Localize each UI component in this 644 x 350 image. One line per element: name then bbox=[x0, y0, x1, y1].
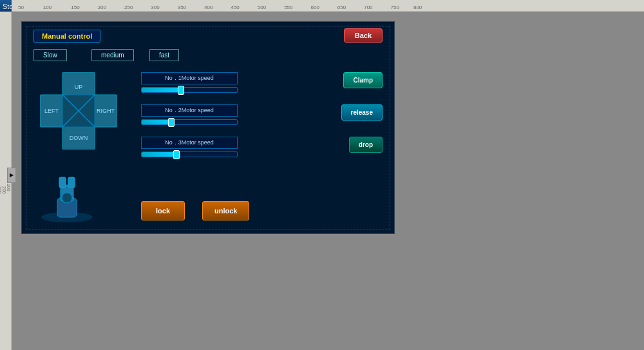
motor1-group: No．1Motor speed bbox=[141, 72, 238, 93]
motor1-fill bbox=[142, 88, 180, 92]
motor2-label: No．2Motor speed bbox=[141, 104, 238, 117]
motor2-group: No．2Motor speed bbox=[141, 104, 238, 125]
motor1-label: No．1Motor speed bbox=[141, 72, 238, 84]
lock-button[interactable]: lock bbox=[141, 201, 185, 220]
motor2-track[interactable] bbox=[141, 119, 238, 125]
motor1-thumb[interactable] bbox=[178, 86, 184, 95]
clamp-button[interactable]: Clamp bbox=[343, 72, 383, 88]
ruler-and-canvas: 50 100 150 200 250 300 350 400 450 500 5… bbox=[124, 68, 518, 333]
release-button[interactable]: release bbox=[341, 104, 383, 121]
motor3-group: No．3Motor speed bbox=[141, 137, 238, 157]
motor3-label: No．3Motor speed bbox=[141, 137, 238, 149]
canvas-viewport: Manual control Back Slow medium fast bbox=[124, 68, 395, 234]
motor3-thumb[interactable] bbox=[173, 150, 180, 159]
canvas-area: home_page ✕ window1 ✕ 50 100 150 200 250… bbox=[124, 55, 518, 333]
motor2-thumb[interactable] bbox=[168, 118, 175, 127]
drop-button[interactable]: drop bbox=[349, 137, 383, 153]
motor1-track[interactable] bbox=[141, 87, 238, 93]
main-layout: project 🖼 image2 🖼 image3 ▼ window1 🖼 im… bbox=[0, 55, 644, 333]
motor3-track[interactable] bbox=[141, 151, 238, 157]
canvas-scroll[interactable]: Manual control Back Slow medium fast bbox=[124, 68, 518, 333]
unlock-button[interactable]: unlock bbox=[202, 201, 249, 220]
motor3-fill bbox=[142, 152, 175, 157]
motor2-fill bbox=[142, 120, 170, 124]
